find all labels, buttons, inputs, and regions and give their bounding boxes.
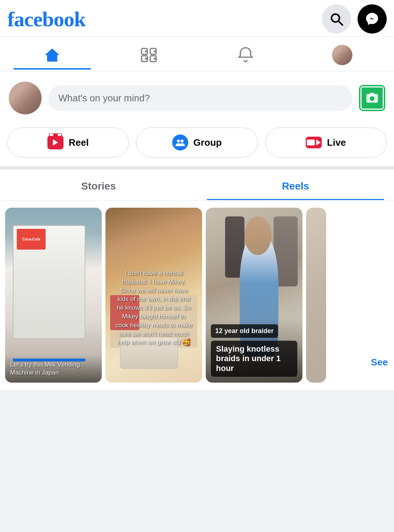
reel-card-4-partial[interactable] [306, 208, 326, 383]
tab-profile[interactable] [294, 37, 390, 71]
people-icon [175, 138, 185, 146]
live-label: Live [327, 137, 346, 148]
svg-line-1 [339, 21, 343, 25]
post-box-section: What's on your mind? Reel [0, 71, 394, 169]
reel-icon-wrapper [47, 134, 63, 150]
tab-reels[interactable]: Reels [197, 169, 394, 200]
reel-card-2[interactable]: I don't have a normal husband. I have Mi… [105, 208, 202, 383]
svg-point-15 [181, 140, 184, 142]
tab-home[interactable] [4, 38, 100, 70]
group-icon [172, 134, 188, 150]
group-label: Group [193, 137, 222, 148]
reel-2-caption: I don't have a normal husband. I have Mi… [115, 269, 193, 347]
header-icon-group [322, 4, 387, 34]
reel-label: Reel [69, 137, 89, 148]
svg-point-8 [154, 50, 156, 52]
facebook-logo: facebook [7, 7, 85, 31]
svg-point-12 [370, 96, 375, 101]
live-button[interactable]: Live [265, 128, 387, 157]
reels-container: Coca-Cola Let's try this Milk Vending Ma… [0, 200, 394, 390]
reel-1-overlay: Let's try this Milk Vending Machine in J… [5, 355, 102, 383]
reel-3-badge: 12 year old braider [211, 324, 278, 338]
tab-stories[interactable]: Stories [0, 169, 197, 200]
photo-button[interactable] [359, 85, 385, 111]
reel-button[interactable]: Reel [7, 128, 129, 157]
reel-3-overlay: 12 year old braider Slaying knotless bra… [206, 318, 302, 383]
user-avatar [9, 82, 42, 114]
tab-feed[interactable] [100, 38, 197, 70]
messenger-button[interactable] [358, 4, 387, 34]
header: facebook [0, 0, 394, 37]
reel-icon-top [49, 133, 62, 136]
action-buttons: Reel Group [0, 122, 394, 169]
photo-icon [365, 91, 379, 105]
post-input[interactable]: What's on your mind? [48, 85, 352, 111]
messenger-icon [365, 12, 379, 26]
group-icon-wrapper [172, 134, 188, 150]
search-icon [329, 12, 344, 26]
home-icon [43, 46, 61, 64]
tab-notifications[interactable] [197, 38, 294, 70]
svg-point-7 [145, 50, 147, 52]
group-button[interactable]: Group [136, 128, 258, 157]
reels-section: Coca-Cola Let's try this Milk Vending Ma… [0, 200, 394, 390]
post-box: What's on your mind? [0, 71, 394, 122]
nav-tabs [0, 37, 394, 71]
reel-icon [47, 136, 63, 149]
see-more-label[interactable]: See [365, 357, 394, 368]
live-camera-lens [316, 140, 321, 145]
live-icon-wrapper [306, 134, 322, 150]
search-button[interactable] [322, 4, 351, 34]
svg-point-10 [154, 58, 156, 60]
live-camera-body [307, 140, 315, 145]
stories-reels-tabs: Stories Reels [0, 169, 394, 200]
svg-marker-2 [45, 48, 59, 62]
content-section: Stories Reels Coca-Cola Let's try this M… [0, 169, 394, 390]
reel-3-caption: Slaying knotless braids in under 1 hour [211, 341, 297, 377]
reel-1-caption: Let's try this Milk Vending Machine in J… [10, 361, 97, 377]
reel-card-3[interactable]: 12 year old braider Slaying knotless bra… [206, 208, 302, 383]
svg-point-9 [145, 58, 147, 60]
live-icon [306, 137, 322, 148]
bell-icon [237, 46, 254, 64]
feed-icon [140, 46, 158, 64]
profile-avatar [332, 45, 352, 65]
reel-card-1[interactable]: Coca-Cola Let's try this Milk Vending Ma… [5, 208, 102, 383]
svg-rect-11 [366, 94, 378, 103]
svg-rect-13 [370, 93, 375, 95]
svg-point-14 [177, 140, 180, 142]
